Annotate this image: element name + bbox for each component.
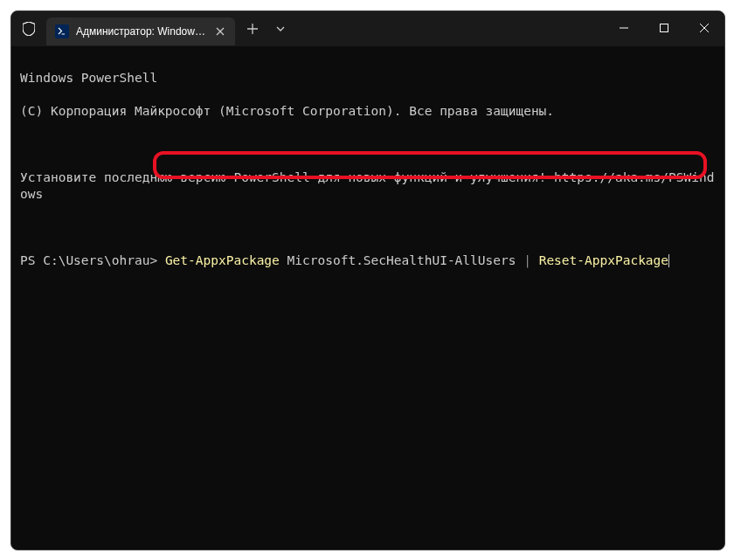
tab-title: Администратор: Windows Po bbox=[76, 25, 205, 38]
new-tab-button[interactable] bbox=[239, 15, 267, 43]
blank-line bbox=[20, 219, 716, 236]
titlebar[interactable]: Администратор: Windows Po bbox=[11, 11, 724, 46]
space bbox=[531, 253, 539, 267]
pipe: | bbox=[523, 253, 531, 267]
tab-dropdown[interactable] bbox=[267, 15, 294, 43]
shield-icon bbox=[18, 11, 39, 46]
ps-header-2: (C) Корпорация Майкрософт (Microsoft Cor… bbox=[20, 103, 716, 120]
cmd-arg: Microsoft.SecHealthUI-AllUsers bbox=[280, 253, 523, 267]
prompt-line: PS C:\Users\ohrau> Get-AppxPackage Micro… bbox=[20, 252, 716, 269]
ps-header-1: Windows PowerShell bbox=[20, 70, 716, 86]
blank-line bbox=[20, 136, 716, 153]
svg-rect-0 bbox=[56, 25, 68, 38]
prompt: PS C:\Users\ohrau> bbox=[20, 253, 165, 267]
terminal-body[interactable]: Windows PowerShell (C) Корпорация Майкро… bbox=[11, 46, 724, 550]
tab-powershell[interactable]: Администратор: Windows Po bbox=[46, 17, 235, 45]
powershell-icon bbox=[55, 24, 69, 38]
maximize-button[interactable] bbox=[644, 11, 684, 45]
cmdlet-reset: Reset-AppxPackage bbox=[539, 253, 668, 267]
close-button[interactable] bbox=[684, 11, 724, 45]
cmdlet-get: Get-AppxPackage bbox=[165, 253, 280, 267]
svg-rect-1 bbox=[661, 24, 668, 32]
minimize-button[interactable] bbox=[604, 11, 644, 45]
text-cursor bbox=[668, 254, 669, 267]
ps-notice: Установите последнюю версию PowerShell д… bbox=[20, 169, 716, 203]
terminal-window: Администратор: Windows Po Windows PowerS… bbox=[10, 10, 725, 550]
close-icon[interactable] bbox=[212, 24, 228, 39]
window-controls bbox=[604, 11, 724, 45]
